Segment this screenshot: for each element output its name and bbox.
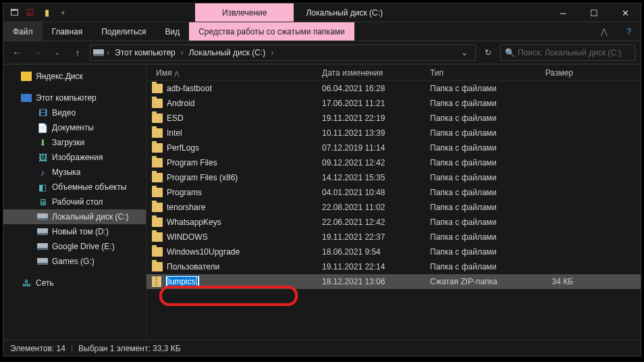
address-dropdown-icon[interactable]: ⌄ [456, 45, 473, 61]
table-row[interactable]: lumpics18.12.2021 13:06Сжатая ZIP-папка3… [146, 274, 641, 289]
file-date: 19.11.2021 22:19 [322, 113, 430, 123]
table-row[interactable]: Programs04.01.2021 10:48Папка с файлами [146, 185, 641, 200]
file-name: tenorshare [167, 203, 205, 212]
file-name: Windows10Upgrade [167, 247, 240, 257]
status-selection: Выбран 1 элемент: 33,3 КБ [78, 344, 181, 353]
drive-icon [37, 226, 48, 237]
header-size[interactable]: Размер [525, 68, 585, 78]
forward-button[interactable]: → [29, 45, 45, 61]
content-area: Яндекс.Диск Этот компьютер 🎞Видео 📄Докум… [3, 64, 641, 340]
folder-icon [152, 143, 163, 153]
refresh-button[interactable]: ↻ [480, 45, 496, 61]
breadcrumb-root[interactable]: Этот компьютер [112, 48, 178, 57]
help-icon[interactable]: ? [617, 22, 641, 41]
table-row[interactable]: Android17.06.2021 11:21Папка с файлами [146, 96, 641, 111]
breadcrumb-drive[interactable]: Локальный диск (C:) [186, 48, 269, 57]
table-row[interactable]: tenorshare22.08.2021 11:02Папка с файлам… [146, 200, 641, 215]
tab-compressed-tools[interactable]: Средства работы со сжатыми папками [189, 22, 354, 41]
table-row[interactable]: WINDOWS19.11.2021 22:37Папка с файлами [146, 230, 641, 244]
file-date: 17.06.2021 11:21 [322, 99, 430, 108]
tree-documents[interactable]: 📄Документы [3, 120, 146, 135]
tree-music[interactable]: ♪Музыка [3, 165, 146, 180]
folder-icon [152, 84, 163, 93]
tree-drive-e[interactable]: Google Drive (E:) [3, 239, 146, 254]
recent-dropdown-icon[interactable]: ⌄ [49, 45, 65, 61]
close-button[interactable]: ✕ [610, 3, 641, 22]
file-type: Папка с файлами [430, 143, 525, 153]
file-date: 10.11.2021 13:39 [322, 128, 430, 138]
file-date: 09.12.2021 12:42 [322, 158, 430, 167]
folder-icon [152, 113, 163, 123]
tree-label: Games (G:) [52, 257, 95, 266]
tab-file[interactable]: Файл [3, 22, 43, 41]
properties-icon[interactable]: 🗔 [7, 6, 21, 20]
tab-view[interactable]: Вид [155, 22, 189, 41]
tree-drive-g[interactable]: Games (G:) [3, 254, 146, 269]
tab-share[interactable]: Поделиться [92, 22, 155, 41]
file-name: PerfLogs [167, 143, 199, 153]
tree-label: Рабочий стол [52, 197, 103, 207]
window-title: Локальный диск (C:) [294, 3, 547, 22]
chevron-right-icon[interactable]: › [181, 48, 184, 57]
table-row[interactable]: Program Files09.12.2021 12:42Папка с фай… [146, 155, 641, 170]
header-type[interactable]: Тип [430, 68, 525, 78]
folder-icon [152, 173, 163, 182]
tree-label: Объемные объекты [52, 182, 126, 192]
tree-label: Google Drive (E:) [52, 242, 115, 251]
tree-drive-d[interactable]: Новый том (D:) [3, 224, 146, 239]
back-button[interactable]: ← [9, 45, 25, 61]
drive-icon [37, 211, 48, 222]
navigation-pane[interactable]: Яндекс.Диск Этот компьютер 🎞Видео 📄Докум… [3, 65, 146, 340]
table-row[interactable]: Пользователи19.11.2021 22:14Папка с файл… [146, 259, 641, 274]
qat-dropdown-icon[interactable]: ▾ [56, 6, 70, 20]
status-bar: Элементов: 14 | Выбран 1 элемент: 33,3 К… [3, 340, 641, 356]
minimize-button[interactable]: ─ [547, 3, 579, 22]
file-type: Папка с файлами [430, 217, 525, 227]
tree-drive-c[interactable]: Локальный диск (C:) [3, 209, 146, 224]
table-row[interactable]: Program Files (x86)14.12.2021 15:35Папка… [146, 170, 641, 185]
search-input[interactable]: 🔍 Поиск: Локальный диск (C:) [500, 45, 635, 61]
music-icon: ♪ [37, 167, 48, 178]
table-row[interactable]: Intel10.11.2021 13:39Папка с файлами [146, 126, 641, 140]
table-row[interactable]: WhatsappKeys22.06.2021 12:42Папка с файл… [146, 215, 641, 230]
table-row[interactable]: Windows10Upgrade18.06.2021 9:54Папка с ф… [146, 244, 641, 259]
ribbon-collapse-icon[interactable]: ⋀ [591, 22, 617, 41]
search-placeholder: Поиск: Локальный диск (C:) [518, 48, 621, 57]
tree-3d-objects[interactable]: ◧Объемные объекты [3, 180, 146, 195]
maximize-button[interactable]: ☐ [579, 3, 610, 22]
tree-this-pc[interactable]: Этот компьютер [3, 90, 146, 105]
file-type: Папка с файлами [430, 188, 525, 197]
header-date[interactable]: Дата изменения [322, 68, 430, 78]
file-type: Папка с файлами [430, 128, 525, 138]
tab-home[interactable]: Главная [43, 22, 92, 41]
chevron-right-icon[interactable]: › [271, 48, 273, 57]
up-button[interactable]: ↑ [70, 45, 86, 61]
tree-pictures[interactable]: 🖼Изображения [3, 150, 146, 165]
chevron-right-icon[interactable]: › [107, 48, 109, 57]
tree-yandex-disk[interactable]: Яндекс.Диск [3, 69, 146, 84]
file-list[interactable]: adb-fastboot06.04.2021 16:28Папка с файл… [146, 81, 641, 340]
table-row[interactable]: ESD19.11.2021 22:19Папка с файлами [146, 111, 641, 126]
sort-indicator-icon: ⋀ [174, 70, 179, 77]
folder-icon [152, 203, 163, 212]
new-folder-icon[interactable]: ☑ [24, 6, 37, 20]
tree-network[interactable]: 🖧Сеть [3, 276, 146, 290]
file-type: Сжатая ZIP-папка [430, 277, 525, 286]
video-icon: 🎞 [37, 107, 48, 118]
search-icon: 🔍 [505, 48, 515, 57]
tree-downloads[interactable]: ⬇Загрузки [3, 135, 146, 150]
folder-icon: ▮ [40, 6, 53, 20]
tree-desktop[interactable]: 🖥Рабочий стол [3, 195, 146, 209]
header-name[interactable]: Имя⋀ [146, 68, 322, 78]
tree-videos[interactable]: 🎞Видео [3, 105, 146, 120]
file-type: Папка с файлами [430, 262, 525, 272]
table-row[interactable]: PerfLogs07.12.2019 11:14Папка с файлами [146, 140, 641, 155]
drive-icon [37, 256, 48, 267]
table-row[interactable]: adb-fastboot06.04.2021 16:28Папка с файл… [146, 81, 641, 96]
window-controls: ─ ☐ ✕ [547, 3, 641, 22]
folder-icon [152, 158, 163, 167]
address-bar[interactable]: › Этот компьютер › Локальный диск (C:) ›… [90, 45, 476, 61]
download-icon: ⬇ [37, 137, 48, 148]
rename-input[interactable]: lumpics [165, 276, 200, 288]
file-date: 22.08.2021 11:02 [322, 203, 430, 212]
